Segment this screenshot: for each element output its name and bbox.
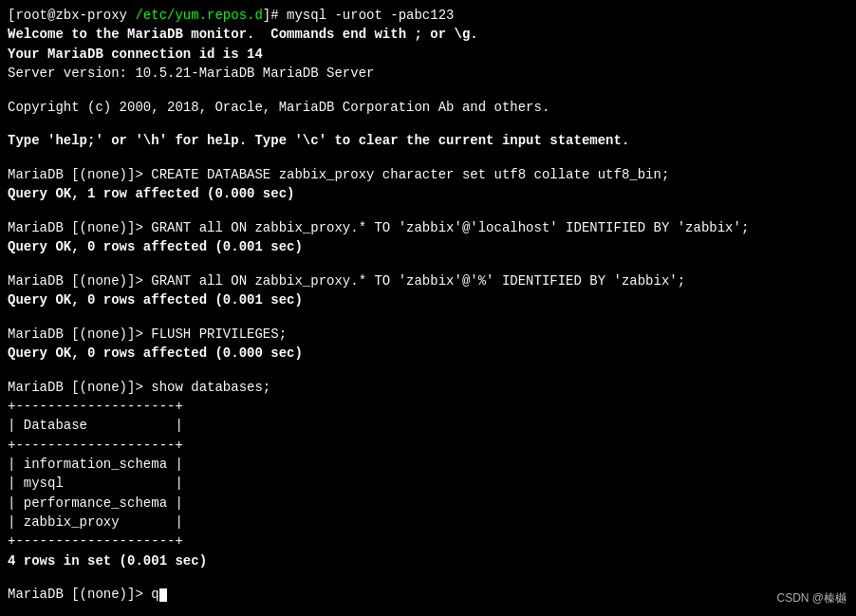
terminal-line: | zabbix_proxy |: [8, 513, 848, 532]
terminal-line: Server version: 10.5.21-MariaDB MariaDB …: [8, 64, 848, 83]
terminal-line: [8, 570, 848, 585]
terminal-line: [8, 117, 848, 131]
terminal-line: | Database |: [8, 416, 848, 435]
terminal-line: [root@zbx-proxy /etc/yum.repos.d]# mysql…: [8, 6, 848, 25]
terminal-line: MariaDB [(none)]> FLUSH PRIVILEGES;: [8, 325, 848, 344]
terminal-line: +--------------------+: [8, 397, 848, 416]
terminal-line: MariaDB [(none)]> GRANT all ON zabbix_pr…: [8, 218, 848, 237]
terminal: [root@zbx-proxy /etc/yum.repos.d]# mysql…: [0, 0, 856, 616]
terminal-line: 4 rows in set (0.001 sec): [8, 551, 848, 570]
terminal-line: MariaDB [(none)]> GRANT all ON zabbix_pr…: [8, 271, 848, 290]
terminal-line: +--------------------+: [8, 532, 848, 551]
terminal-line: Your MariaDB connection id is 14: [8, 45, 848, 64]
terminal-line: | information_schema |: [8, 455, 848, 474]
terminal-line: MariaDB [(none)]> CREATE DATABASE zabbix…: [8, 165, 848, 184]
terminal-line: [8, 151, 848, 165]
terminal-line: [8, 257, 848, 271]
terminal-line: [8, 364, 848, 378]
terminal-line: | performance_schema |: [8, 494, 848, 513]
terminal-line: Type 'help;' or '\h' for help. Type '\c'…: [8, 131, 848, 150]
terminal-line: Query OK, 0 rows affected (0.001 sec): [8, 237, 848, 256]
terminal-line: Welcome to the MariaDB monitor. Commands…: [8, 25, 848, 44]
terminal-line: Query OK, 0 rows affected (0.001 sec): [8, 290, 848, 309]
terminal-line: Copyright (c) 2000, 2018, Oracle, MariaD…: [8, 98, 848, 117]
terminal-line: Query OK, 1 row affected (0.000 sec): [8, 184, 848, 203]
terminal-cursor: [159, 588, 167, 602]
terminal-line: | mysql |: [8, 474, 848, 493]
terminal-line: MariaDB [(none)]> show databases;: [8, 378, 848, 397]
terminal-line: [8, 310, 848, 325]
terminal-line: [8, 204, 848, 218]
watermark: CSDN @榛樾: [776, 590, 847, 607]
terminal-line: Query OK, 0 rows affected (0.000 sec): [8, 344, 848, 363]
terminal-output: [root@zbx-proxy /etc/yum.repos.d]# mysql…: [8, 6, 848, 605]
terminal-line: [8, 83, 848, 97]
terminal-line: MariaDB [(none)]> q: [8, 585, 848, 604]
terminal-line: +--------------------+: [8, 436, 848, 455]
